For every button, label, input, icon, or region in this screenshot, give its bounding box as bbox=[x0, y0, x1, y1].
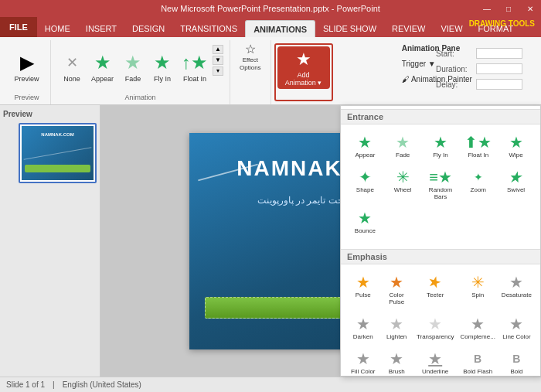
preview-button[interactable]: ▶ Preview bbox=[9, 47, 44, 86]
floatin-btn[interactable]: ↑★ Float In bbox=[177, 47, 213, 86]
anim-lighten[interactable]: ★ Lighten bbox=[380, 311, 412, 344]
effect-options-group: ☆ EffectOptions bbox=[230, 40, 271, 104]
pulse-icon: ★ bbox=[356, 272, 370, 292]
zoom-anim-label: Zoom bbox=[471, 187, 486, 194]
tab-insert[interactable]: INSERT bbox=[78, 20, 124, 37]
effect-options-label: EffectOptions bbox=[240, 56, 261, 71]
entrance-grid: ★ Appear ★ Fade ★ Fly In ⬆★ Float In ★ bbox=[347, 124, 534, 243]
anim-shape[interactable]: ✦ Shape bbox=[347, 164, 383, 204]
slide-thumbnail[interactable]: NAMNAK.COM bbox=[19, 123, 97, 183]
appear-btn[interactable]: ★ Appear bbox=[87, 47, 118, 86]
tab-view[interactable]: VIEW bbox=[433, 20, 470, 37]
ribbon-group-preview: ▶ Preview Preview bbox=[3, 40, 51, 104]
preview-icon: ▶ bbox=[20, 50, 34, 75]
teeter-label: Teeter bbox=[427, 292, 444, 299]
randombars-anim-label: Random Bars bbox=[425, 187, 457, 201]
entrance-header: Entrance bbox=[341, 109, 540, 124]
anim-brush-color[interactable]: ★ Brush Color bbox=[380, 346, 412, 377]
tab-design[interactable]: DESIGN bbox=[124, 20, 172, 37]
brushcolor-label: Brush Color bbox=[383, 369, 410, 377]
anim-appear[interactable]: ★ Appear bbox=[347, 129, 383, 162]
effect-options-icon: ☆ bbox=[245, 42, 256, 56]
entrance-section: Entrance ★ Appear ★ Fade ★ Fly In ⬆★ Flo… bbox=[341, 106, 540, 246]
effect-options-button[interactable]: ☆ EffectOptions bbox=[236, 40, 264, 73]
fade-label: Fade bbox=[125, 75, 141, 83]
anim-color-pulse[interactable]: ★ Color Pulse bbox=[380, 269, 412, 309]
tab-transitions[interactable]: TRANSITIONS bbox=[172, 20, 245, 37]
wheel-anim-label: Wheel bbox=[394, 187, 412, 194]
anim-swivel[interactable]: ★ Swivel bbox=[498, 164, 534, 204]
boldflash-icon: B bbox=[474, 349, 481, 369]
add-animation-button[interactable]: ★ AddAnimation ▾ bbox=[277, 46, 330, 89]
flyin-btn[interactable]: ★ Fly In bbox=[148, 47, 177, 86]
transparency-label: Transparency bbox=[417, 334, 454, 341]
anim-zoom[interactable]: ✦ Zoom bbox=[460, 164, 496, 204]
shape-anim-label: Shape bbox=[356, 187, 374, 194]
start-field[interactable] bbox=[476, 48, 522, 59]
none-btn[interactable]: ✕ None bbox=[57, 47, 87, 86]
anim-line-color[interactable]: ★ Line Color bbox=[499, 311, 534, 344]
anim-float-in[interactable]: ⬆★ Float In bbox=[460, 129, 496, 162]
scroll-up[interactable]: ▲ bbox=[213, 45, 223, 54]
anim-darken[interactable]: ★ Darken bbox=[347, 311, 379, 344]
anim-complement[interactable]: ★ Compleme... bbox=[458, 311, 498, 344]
appear-anim-icon: ★ bbox=[358, 132, 372, 152]
anim-random-bars[interactable]: ≡★ Random Bars bbox=[423, 164, 459, 204]
lighten-label: Lighten bbox=[386, 334, 407, 341]
duration-field[interactable] bbox=[476, 63, 522, 74]
tab-animations[interactable]: ANIMATIONS bbox=[245, 20, 315, 37]
colorpulse-label: Color Pulse bbox=[383, 292, 410, 306]
trigger-button[interactable]: Trigger ▼ bbox=[402, 60, 436, 68]
maximize-button[interactable]: □ bbox=[498, 0, 519, 17]
anim-fly-in[interactable]: ★ Fly In bbox=[423, 129, 459, 162]
add-animation-label: AddAnimation ▾ bbox=[285, 71, 322, 87]
start-label: Start: bbox=[436, 49, 473, 58]
anim-pulse[interactable]: ★ Pulse bbox=[347, 269, 379, 309]
desaturate-icon: ★ bbox=[509, 272, 523, 292]
floatin-icon: ↑★ bbox=[182, 50, 208, 75]
slide-thumb-bar bbox=[25, 165, 90, 172]
appear-icon: ★ bbox=[94, 50, 111, 75]
tab-review[interactable]: REVIEW bbox=[384, 20, 433, 37]
anim-wheel[interactable]: ✳ Wheel bbox=[385, 164, 421, 204]
minimize-button[interactable]: — bbox=[476, 0, 498, 17]
anim-bounce[interactable]: ★ Bounce bbox=[347, 205, 383, 238]
scroll-down[interactable]: ▼ bbox=[213, 56, 223, 65]
fade-btn[interactable]: ★ Fade bbox=[118, 47, 148, 86]
anim-fill-color[interactable]: ★ Fill Color bbox=[347, 346, 379, 377]
complement-label: Compleme... bbox=[461, 334, 495, 341]
tab-slideshow[interactable]: SLIDE SHOW bbox=[315, 20, 384, 37]
delay-label: Delay: bbox=[436, 80, 473, 89]
anim-fade[interactable]: ★ Fade bbox=[385, 129, 421, 162]
ribbon-scroll: ▲ ▼ ▾ bbox=[213, 45, 223, 76]
anim-bold-flash[interactable]: B Bold Flash bbox=[458, 346, 498, 377]
dropdown-panel: Entrance ★ Appear ★ Fade ★ Fly In ⬆★ Flo… bbox=[340, 105, 541, 377]
anim-transparency[interactable]: ★ Transparency bbox=[414, 311, 457, 344]
darken-label: Darken bbox=[353, 334, 373, 341]
anim-underline[interactable]: ★ Underline bbox=[414, 346, 457, 377]
anim-teeter[interactable]: ★ Teeter bbox=[414, 269, 457, 309]
transparency-icon: ★ bbox=[428, 314, 442, 334]
linecolor-icon: ★ bbox=[509, 314, 523, 334]
title-bar: New Microsoft PowerPoint Presentation.pp… bbox=[0, 0, 541, 17]
boldreveal-label: Bold Reveal bbox=[502, 369, 532, 377]
slide-thumb-line bbox=[24, 147, 92, 159]
bounce-anim-label: Bounce bbox=[355, 228, 376, 235]
none-icon: ✕ bbox=[66, 50, 78, 75]
flyin-anim-label: Fly In bbox=[433, 152, 448, 159]
tab-file[interactable]: FILE bbox=[0, 17, 37, 37]
scroll-expand[interactable]: ▾ bbox=[213, 66, 223, 76]
brushcolor-icon: ★ bbox=[390, 349, 403, 369]
anim-wipe[interactable]: ★ Wipe bbox=[498, 129, 534, 162]
anim-desaturate[interactable]: ★ Desaturate bbox=[499, 269, 534, 309]
zoom-anim-icon: ✦ bbox=[474, 167, 483, 187]
anim-bold-reveal[interactable]: B Bold Reveal bbox=[499, 346, 534, 377]
emphasis-grid: ★ Pulse ★ Color Pulse ★ Teeter ✳ Spin ★ bbox=[347, 264, 534, 377]
complement-icon: ★ bbox=[471, 314, 485, 334]
tab-home[interactable]: HOME bbox=[37, 20, 78, 37]
close-button[interactable]: ✕ bbox=[519, 0, 541, 17]
animation-group-label: Animation bbox=[51, 94, 230, 101]
anim-spin[interactable]: ✳ Spin bbox=[458, 269, 498, 309]
delay-field[interactable] bbox=[476, 79, 522, 90]
slide-thumb-logo: NAMNAK.COM bbox=[25, 132, 90, 137]
